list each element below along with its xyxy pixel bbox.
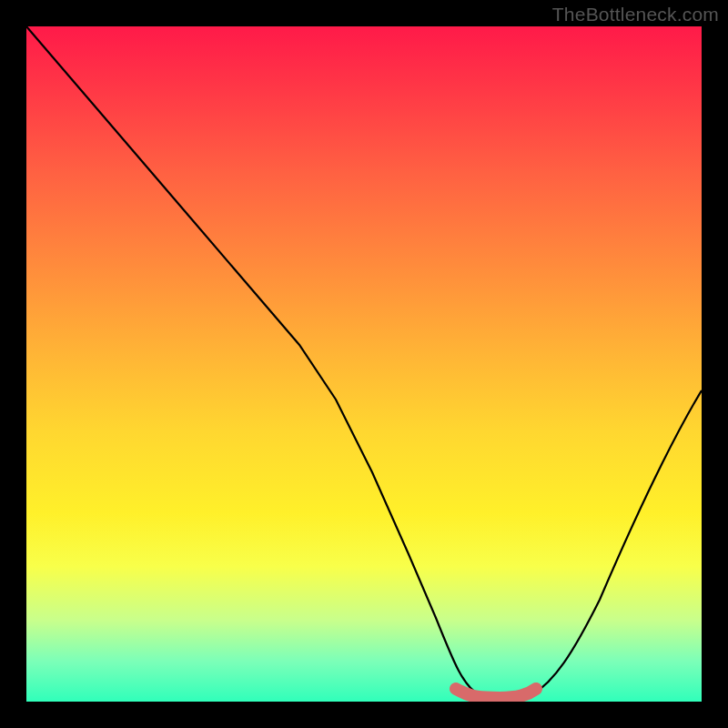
chart-plot-area [26, 26, 702, 702]
optimal-range-marker [456, 689, 536, 698]
chart-outer-frame: TheBottleneck.com [0, 0, 728, 728]
bottleneck-curve-line [26, 26, 702, 698]
watermark-label: TheBottleneck.com [552, 4, 719, 25]
chart-svg [26, 26, 702, 702]
